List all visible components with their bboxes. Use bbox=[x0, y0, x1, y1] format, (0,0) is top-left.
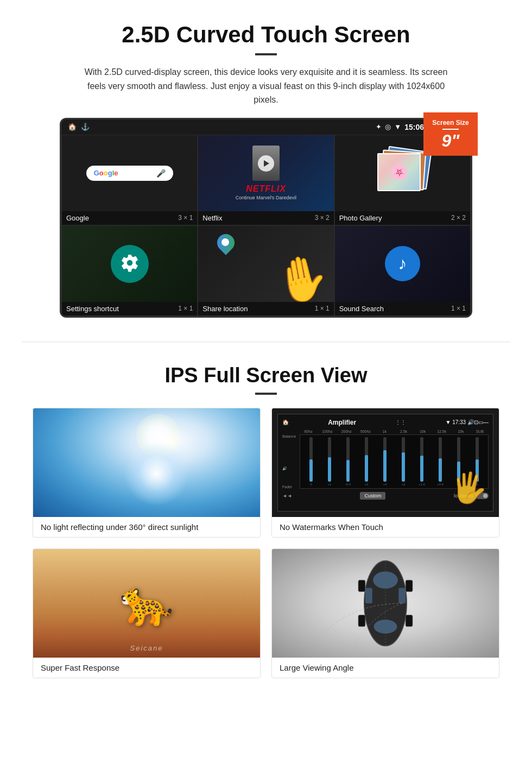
bluetooth-icon: ✦ bbox=[376, 123, 382, 131]
sunlight-bg bbox=[33, 408, 260, 517]
settings-cell-inner bbox=[62, 226, 197, 302]
eq-bar-2.5k: +3 bbox=[395, 437, 412, 486]
netflix-cell-inner: NETFLIX Continue Marvel's Daredevil bbox=[198, 135, 333, 211]
section2-title: IPS Full Screen View bbox=[33, 364, 499, 387]
amp-nav-left: ◄◄ bbox=[282, 493, 292, 499]
netflix-bg: NETFLIX Continue Marvel's Daredevil bbox=[198, 135, 333, 211]
car-bg bbox=[272, 549, 499, 658]
eq-bar-200hz: -0.4 bbox=[339, 437, 357, 486]
photo-app-size: 2 × 2 bbox=[451, 214, 466, 222]
photo-stack: 🌸 bbox=[375, 149, 429, 198]
amp-status-icons: ▼ 17:33 🔊⊡▭— bbox=[445, 419, 488, 425]
netflix-label-bar: Netflix 3 × 2 bbox=[198, 211, 333, 225]
badge-size: 9" bbox=[442, 131, 460, 150]
netflix-app-name: Netflix bbox=[202, 214, 222, 222]
left-labels: Balance 🔊 Fader bbox=[282, 434, 297, 489]
status-bar: 🏠 ⚓ ✦ ◎ ▼ 15:06 ⊡ 🔊 ⊠ ▭ bbox=[61, 119, 471, 135]
freq-labels: 60hz100hz200hz500hz1k2.5k10k12.5k15kSUB bbox=[300, 430, 489, 433]
settings-icon-circle bbox=[111, 245, 149, 283]
maps-pin bbox=[217, 234, 235, 255]
cheetah-caption: Super Fast Response bbox=[33, 658, 260, 678]
maps-icon-wrapper bbox=[217, 234, 235, 255]
flower-icon: 🌸 bbox=[378, 154, 420, 190]
section-ips: IPS Full Screen View No light reflecting… bbox=[0, 348, 532, 695]
feature-amplifier: 🏠 Amplifier ⋮⋮ ▼ 17:33 🔊⊡▭— 60hz100hz200… bbox=[271, 408, 499, 538]
wifi-icon: ▼ bbox=[394, 123, 401, 131]
sunlight-caption: No light reflecting under 360° direct su… bbox=[33, 517, 260, 537]
section1-title: 2.5D Curved Touch Screen bbox=[33, 22, 499, 48]
badge-label: Screen Size bbox=[431, 119, 470, 127]
sunlight-image bbox=[33, 408, 260, 517]
sound-label-bar: Sound Search 1 × 1 bbox=[335, 302, 470, 316]
amp-title-text: Amplifier bbox=[328, 419, 356, 426]
car-image bbox=[272, 549, 499, 658]
google-logo: Google bbox=[94, 169, 118, 177]
seicane-watermark1: Seicane bbox=[130, 644, 163, 652]
status-time: 15:06 bbox=[404, 123, 424, 131]
gear-icon bbox=[120, 253, 140, 275]
photo-app-name: Photo Gallery bbox=[339, 214, 382, 222]
app-cell-google[interactable]: Google 🎤 Google 3 × 1 bbox=[61, 135, 198, 225]
share-app-name: Share location bbox=[202, 305, 248, 313]
location-icon: ◎ bbox=[385, 123, 391, 131]
label-volume: 🔊 bbox=[282, 466, 297, 471]
amp-menu-icon: ⋮⋮ bbox=[395, 419, 406, 425]
photo-label-bar: Photo Gallery 2 × 2 bbox=[335, 211, 470, 225]
sound-app-name: Sound Search bbox=[339, 305, 384, 313]
settings-app-size: 1 × 1 bbox=[178, 305, 193, 312]
eq-bar-500hz: +2 bbox=[358, 437, 375, 486]
play-triangle bbox=[264, 160, 269, 167]
google-app-name: Google bbox=[66, 214, 89, 222]
google-mic-icon[interactable]: 🎤 bbox=[156, 169, 166, 178]
label-balance: Balance bbox=[282, 434, 297, 438]
eq-bar-100hz: +1 bbox=[321, 437, 338, 486]
hand-touch-icon: 🖐 bbox=[448, 469, 489, 507]
label-fader2: Fader bbox=[282, 485, 297, 489]
settings-label-bar: Settings shortcut 1 × 1 bbox=[62, 302, 197, 316]
home-icon: 🏠 bbox=[68, 123, 77, 131]
settings-app-name: Settings shortcut bbox=[66, 305, 119, 313]
device-frame: 🏠 ⚓ ✦ ◎ ▼ 15:06 ⊡ 🔊 ⊠ ▭ bbox=[60, 118, 472, 318]
badge-line bbox=[442, 129, 459, 130]
photo-card-front: 🌸 bbox=[377, 153, 421, 191]
google-label-bar: Google 3 × 1 bbox=[62, 211, 197, 225]
amp-header: 🏠 Amplifier ⋮⋮ ▼ 17:33 🔊⊡▭— bbox=[282, 419, 489, 426]
share-cell-inner: 🤚 bbox=[198, 226, 333, 302]
google-cell-inner: Google 🎤 bbox=[62, 135, 197, 211]
amplifier-caption: No Watermarks When Touch bbox=[272, 517, 499, 537]
feature-car: Large Viewing Angle bbox=[271, 548, 499, 678]
app-cell-netflix[interactable]: NETFLIX Continue Marvel's Daredevil Netf… bbox=[198, 135, 334, 225]
status-left: 🏠 ⚓ bbox=[68, 123, 90, 131]
amp-custom-btn[interactable]: Custom bbox=[360, 492, 385, 500]
amplifier-image: 🏠 Amplifier ⋮⋮ ▼ 17:33 🔊⊡▭— 60hz100hz200… bbox=[272, 408, 499, 517]
freq-labels-row: 60hz100hz200hz500hz1k2.5k10k12.5k15kSUB bbox=[282, 430, 489, 433]
hand-pointing-icon: 🤚 bbox=[270, 249, 332, 302]
share-app-size: 1 × 1 bbox=[315, 305, 330, 312]
title-underline bbox=[255, 53, 277, 55]
app-cell-settings[interactable]: Settings shortcut 1 × 1 bbox=[61, 225, 198, 316]
netflix-app-size: 3 × 2 bbox=[315, 214, 330, 222]
netflix-logo: NETFLIX bbox=[246, 184, 286, 194]
section2-underline bbox=[255, 393, 277, 395]
section1-description: With 2.5D curved-display screen, this de… bbox=[76, 65, 456, 107]
google-app-size: 3 × 1 bbox=[178, 214, 193, 222]
app-cell-share-location[interactable]: 🤚 Share location 1 × 1 bbox=[198, 225, 334, 316]
cheetah-bg: 🐆 Seicane bbox=[33, 549, 260, 658]
usb-icon: ⚓ bbox=[81, 123, 90, 131]
eq-bar-10k: +1.6 bbox=[413, 437, 430, 486]
amp-home-icon: 🏠 bbox=[282, 419, 289, 425]
app-cell-sound-search[interactable]: ♪ Sound Search 1 × 1 bbox=[334, 225, 471, 316]
device-wrapper: Screen Size 9" 🏠 ⚓ ✦ ◎ ▼ 15:06 ⊡ 🔊 ⊠ bbox=[60, 118, 472, 318]
features-grid: No light reflecting under 360° direct su… bbox=[33, 408, 499, 678]
play-button[interactable] bbox=[258, 155, 274, 172]
eq-bar-60hz: 0 bbox=[302, 437, 320, 486]
eq-bar-1k: +4 bbox=[376, 437, 394, 486]
google-search-bar[interactable]: Google 🎤 bbox=[86, 166, 173, 181]
screen-size-badge: Screen Size 9" bbox=[423, 112, 478, 156]
app-grid: Google 🎤 Google 3 × 1 bbox=[61, 135, 471, 316]
section-divider bbox=[22, 342, 510, 342]
view-angle-svg bbox=[272, 549, 499, 658]
section-curved-screen: 2.5D Curved Touch Screen With 2.5D curve… bbox=[0, 0, 532, 336]
share-bg: 🤚 bbox=[198, 226, 333, 302]
sound-app-size: 1 × 1 bbox=[451, 305, 466, 312]
